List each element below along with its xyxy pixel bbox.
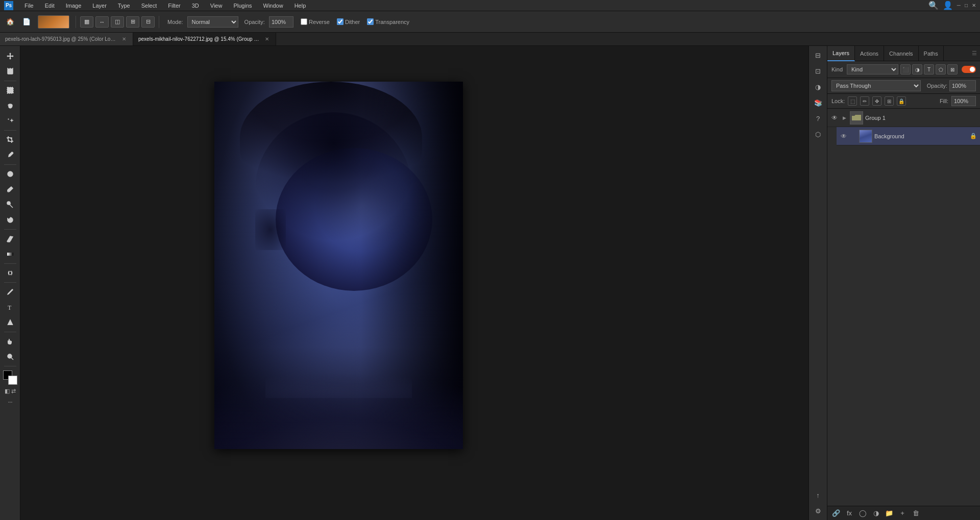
filter-smart-icon[interactable]: ⊠ [947, 64, 958, 75]
background-visibility-icon[interactable]: 👁 [840, 132, 848, 140]
dither-label[interactable]: Dither [345, 19, 360, 25]
menu-edit[interactable]: Edit [43, 2, 57, 10]
filter-shape-icon[interactable]: ⬠ [936, 64, 946, 75]
tab-2-close[interactable]: ✕ [263, 36, 271, 42]
mini-tool-6[interactable]: ⬡ [811, 127, 825, 141]
menu-image[interactable]: Image [64, 2, 84, 10]
lock-artboard-btn[interactable]: ⊞ [885, 96, 894, 106]
tab-layers[interactable]: Layers [827, 46, 855, 61]
add-adjustment-button[interactable]: ◑ [870, 508, 881, 518]
window-close[interactable]: ✕ [972, 3, 976, 8]
mini-tool-3[interactable]: ◑ [811, 80, 825, 94]
add-layer-button[interactable]: + [897, 508, 908, 518]
add-style-button[interactable]: fx [844, 508, 855, 518]
lasso-tool[interactable] [3, 98, 17, 113]
tab-1[interactable]: pexels-ron-lach-9795013.jpg @ 25% (Color… [0, 33, 133, 46]
filter-adjust-icon[interactable]: ◑ [912, 64, 922, 75]
window-resize[interactable]: □ [965, 3, 968, 8]
transparency-label[interactable]: Transparency [375, 19, 409, 25]
hand-tool[interactable] [3, 334, 17, 349]
tab-2[interactable]: pexels-mikhail-nilov-7622712.jpg @ 15.4%… [133, 33, 276, 46]
gradient-tool[interactable] [3, 247, 17, 261]
layer-background[interactable]: 👁 Background 🔒 [837, 127, 980, 145]
add-link-button[interactable]: 🔗 [830, 508, 842, 518]
mode-select[interactable]: Normal [187, 16, 238, 28]
lock-image-btn[interactable]: ✏ [860, 96, 869, 106]
menu-select[interactable]: Select [139, 2, 159, 10]
filter-pixel-icon[interactable]: ⬛ [900, 64, 911, 75]
clone-stamp-tool[interactable] [3, 197, 17, 212]
color-swatches[interactable] [3, 370, 17, 385]
artboard-tool[interactable] [3, 64, 17, 79]
lock-transparent-btn[interactable]: ⬚ [848, 96, 857, 106]
add-mask-button[interactable]: ◯ [857, 508, 868, 518]
tab-actions[interactable]: Actions [855, 46, 884, 61]
delete-layer-button[interactable]: 🗑 [910, 508, 921, 518]
pen-tool[interactable] [3, 285, 17, 299]
dither-checkbox[interactable] [337, 18, 344, 25]
path-selection-tool[interactable] [3, 315, 17, 330]
eraser-tool[interactable] [3, 232, 17, 246]
magic-wand-tool[interactable] [3, 114, 17, 128]
history-brush-tool[interactable] [3, 213, 17, 227]
filter-toggle[interactable] [962, 66, 976, 73]
menu-window[interactable]: Window [261, 2, 285, 10]
layers-opacity-input[interactable] [949, 80, 976, 91]
layer-group-1[interactable]: 👁 ▶ Group 1 [827, 109, 980, 127]
menu-help[interactable]: Help [292, 2, 308, 10]
eyedropper-tool[interactable] [3, 148, 17, 162]
menu-3d[interactable]: 3D [190, 2, 201, 10]
mini-tool-2[interactable]: ⊡ [811, 64, 825, 78]
account-icon[interactable]: 👤 [943, 1, 953, 10]
group1-visibility-icon[interactable]: 👁 [830, 114, 839, 122]
menu-file[interactable]: File [22, 2, 36, 10]
tab-channels[interactable]: Channels [884, 46, 918, 61]
dodge-tool[interactable] [3, 266, 17, 280]
toggle-4[interactable]: ⊞ [126, 16, 139, 28]
swap-colors-icon[interactable]: ⇄ [11, 388, 16, 394]
crop-tool[interactable] [3, 133, 17, 147]
toggle-3[interactable]: ◫ [111, 16, 124, 28]
transparency-checkbox[interactable] [367, 18, 374, 25]
move-tool[interactable] [3, 49, 17, 63]
mini-tool-1[interactable]: ⊟ [811, 48, 825, 62]
lock-all-btn[interactable]: 🔒 [897, 96, 906, 106]
menu-filter[interactable]: Filter [166, 2, 182, 10]
filter-kind-select[interactable]: Kind [847, 64, 898, 75]
menu-plugins[interactable]: Plugins [231, 2, 254, 10]
reverse-label[interactable]: Reverse [309, 19, 330, 25]
default-colors-icon[interactable]: ◧ [5, 388, 10, 394]
mini-tool-5[interactable]: ? [811, 111, 825, 126]
search-icon[interactable]: 🔍 [928, 1, 939, 10]
mini-tool-settings[interactable]: ⚙ [811, 504, 825, 518]
reverse-checkbox[interactable] [301, 18, 307, 25]
add-group-button[interactable]: 📁 [884, 508, 895, 518]
filter-type-icon[interactable]: T [924, 64, 934, 75]
mini-tool-export[interactable]: ↑ [811, 488, 825, 502]
background-color[interactable] [8, 376, 17, 385]
lock-position-btn[interactable]: ✥ [872, 96, 881, 106]
blend-mode-select[interactable]: Pass Through [831, 80, 921, 91]
brush-tool[interactable] [3, 182, 17, 196]
panel-menu-icon[interactable]: ☰ [969, 50, 980, 57]
mini-tool-4[interactable]: 📚 [811, 95, 825, 110]
tab-paths[interactable]: Paths [919, 46, 944, 61]
home-button[interactable]: 🏠 [3, 15, 17, 29]
fill-input[interactable] [951, 96, 976, 106]
new-document-button[interactable]: 📄 [19, 15, 34, 29]
zoom-tool[interactable] [3, 350, 17, 364]
marquee-tool[interactable] [3, 83, 17, 97]
menu-type[interactable]: Type [116, 2, 132, 10]
window-minimize[interactable]: ─ [957, 3, 961, 8]
healing-tool[interactable] [3, 167, 17, 181]
toggle-2[interactable]: ↔ [95, 16, 109, 28]
toggle-5[interactable]: ⊟ [141, 16, 155, 28]
more-tools[interactable]: ··· [8, 398, 12, 406]
tab-1-close[interactable]: ✕ [120, 36, 128, 42]
group1-expand-icon[interactable]: ▶ [841, 114, 848, 121]
text-tool[interactable]: T [3, 300, 17, 314]
menu-layer[interactable]: Layer [90, 2, 109, 10]
toggle-1[interactable]: ▩ [80, 16, 93, 28]
opacity-input[interactable] [269, 16, 293, 28]
color-preview[interactable] [38, 15, 69, 29]
